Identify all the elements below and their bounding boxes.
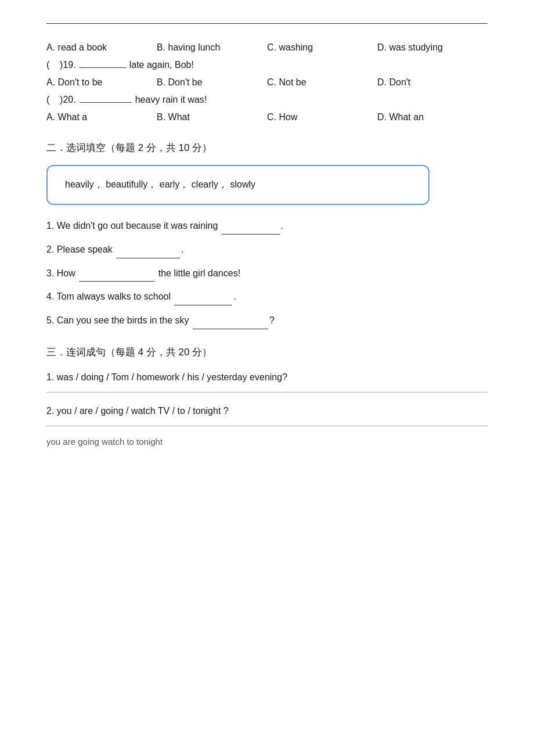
fill-q1: 1. We didn't go out because it was raini… xyxy=(46,218,488,235)
fill-q3-end: the little girl dances! xyxy=(156,268,240,278)
q19-choice-d: D. Don't xyxy=(377,75,488,90)
q19-suffix: late again, Bob! xyxy=(129,60,194,70)
q20-choice-d: D. What an xyxy=(377,110,488,125)
fill-q4: 4. Tom always walks to school . xyxy=(46,289,488,305)
fill-q5-blank xyxy=(193,329,268,329)
sentence-q2: 2. you / are / going / watch TV / to / t… xyxy=(46,403,488,420)
q19-label: ( )19. xyxy=(46,60,76,70)
fill-q5: 5. Can you see the birds in the sky ? xyxy=(46,312,488,329)
fill-q3: 3. How the little girl dances! xyxy=(46,265,488,282)
fill-q1-end: . xyxy=(281,221,283,231)
q18-choice-d: D. was studying xyxy=(377,40,488,55)
sentence-q2-answer-line xyxy=(46,426,488,426)
q20-suffix: heavy rain it was! xyxy=(135,95,207,105)
q20-label: ( )20. xyxy=(46,95,76,105)
fill-q2-num: 2. Please speak xyxy=(46,244,115,254)
sentence-q1-answer-line xyxy=(46,392,488,393)
q20-choice-a: A. What a xyxy=(46,110,157,125)
fill-q2-end: . xyxy=(181,244,183,254)
fill-q3-blank xyxy=(79,281,154,282)
fill-q4-num: 4. Tom always walks to school xyxy=(46,291,173,301)
word-box: heavily， beautifully， early， clearly， sl… xyxy=(46,165,430,205)
sentence-q1: 1. was / doing / Tom / homework / his / … xyxy=(46,369,488,386)
fill-q4-end: . xyxy=(233,291,236,301)
q19-blank xyxy=(80,67,126,68)
q19-choice-c: C. Not be xyxy=(267,75,377,90)
fill-q5-num: 5. Can you see the birds in the sky xyxy=(46,315,192,325)
fill-q1-num: 1. We didn't go out because it was raini… xyxy=(46,221,221,231)
fill-q4-blank xyxy=(174,305,232,305)
q20-choice-b: B. What xyxy=(157,110,267,125)
fill-q3-num: 3. How xyxy=(46,268,78,278)
q20-blank xyxy=(80,102,132,103)
sentence-q2-answer: you are going watch to tonight xyxy=(46,437,488,447)
q19-choice-a: A. Don't to be xyxy=(46,75,157,90)
top-divider xyxy=(46,23,488,24)
word-box-content: heavily， beautifully， early， clearly， sl… xyxy=(65,179,255,189)
q18-choice-b: B. having lunch xyxy=(157,40,267,55)
q19-choices: A. Don't to be B. Don't be C. Not be D. … xyxy=(46,75,488,90)
q18-choice-a: A. read a book xyxy=(46,40,157,55)
q19-choice-b: B. Don't be xyxy=(157,75,267,90)
section2-title: 二．选词填空（每题 2 分，共 10 分） xyxy=(46,141,488,154)
fill-q2-blank xyxy=(116,258,180,258)
q20-choices: A. What a B. What C. How D. What an xyxy=(46,110,488,125)
fill-q2: 2. Please speak . xyxy=(46,242,488,258)
q18-choice-c: C. washing xyxy=(267,40,377,55)
sentence-q1-num: 1. xyxy=(46,372,57,382)
section3-title: 三．连词成句（每题 4 分，共 20 分） xyxy=(46,345,488,359)
sentence-q1-text: was / doing / Tom / homework / his / yes… xyxy=(57,372,287,382)
sentence-q2-text: you / are / going / watch TV / to / toni… xyxy=(57,406,229,416)
fill-q1-blank xyxy=(222,234,280,235)
q18-choices: A. read a book B. having lunch C. washin… xyxy=(46,40,488,55)
fill-q5-end: ? xyxy=(269,315,275,325)
sentence-q2-num: 2. xyxy=(46,406,57,416)
q20-row: ( )20. heavy rain it was! xyxy=(46,95,488,105)
q19-row: ( )19. late again, Bob! xyxy=(46,60,488,70)
q20-choice-c: C. How xyxy=(267,110,377,125)
